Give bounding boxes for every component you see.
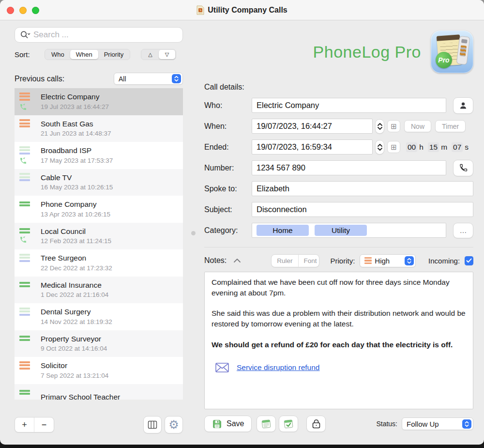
sort-ascending-button[interactable]: △ bbox=[142, 50, 158, 59]
subject-label: Subject: bbox=[204, 205, 252, 214]
ended-field[interactable]: 19/07/2023, 16:59:34 bbox=[252, 139, 373, 154]
list-item[interactable]: Cable TV 16 May 2023 at 10:26:15 bbox=[15, 169, 183, 196]
lock-button[interactable] bbox=[306, 416, 326, 432]
list-item[interactable]: Electric Company 19 Jul 2023 at 16:44:27 bbox=[15, 88, 183, 115]
number-label: Number: bbox=[204, 164, 252, 172]
search-input[interactable]: Search ... bbox=[15, 27, 183, 43]
list-item[interactable]: Phone Company 13 Apr 2023 at 10:26:15 bbox=[15, 196, 183, 223]
list-item[interactable]: Primary School Teacher bbox=[15, 384, 183, 400]
list-item[interactable]: Broadband ISP 17 May 2023 at 17:53:37 bbox=[15, 142, 183, 169]
priority-icon bbox=[19, 308, 30, 316]
category-field[interactable]: HomeUtility bbox=[252, 223, 446, 238]
sort-option-who[interactable]: Who bbox=[45, 50, 70, 59]
category-tag[interactable]: Home bbox=[257, 225, 309, 236]
document-icon bbox=[197, 5, 204, 15]
priority-high-icon bbox=[364, 257, 372, 264]
call-date: 12 Feb 2023 at 11:24:15 bbox=[41, 237, 183, 246]
filter-popup[interactable]: All bbox=[114, 73, 183, 85]
status-popup[interactable]: Follow Up bbox=[402, 417, 473, 430]
when-field[interactable]: 19/07/2023, 16:44:27 bbox=[252, 119, 373, 134]
note-attachment-link[interactable]: Service disruption refund bbox=[237, 362, 319, 373]
sort-segmented-control: Who When Priority bbox=[45, 49, 130, 60]
when-row: When: 19/07/2023, 16:44:27 ⊞ Now Timer bbox=[204, 119, 473, 134]
left-panel: Search ... Sort: Who When Priority △ ▽ P… bbox=[15, 27, 183, 400]
notes-textarea[interactable]: Complained that we have been cut off now… bbox=[204, 272, 473, 409]
splitter-handle[interactable] bbox=[191, 231, 196, 235]
settings-button[interactable]: ⚙ bbox=[165, 416, 183, 433]
call-name: Dental Surgery bbox=[41, 307, 183, 317]
collapse-notes-button[interactable] bbox=[233, 258, 241, 263]
incoming-call-icon bbox=[19, 236, 27, 244]
when-stepper[interactable] bbox=[375, 119, 384, 134]
timer-button[interactable]: Timer bbox=[435, 120, 466, 132]
when-label: When: bbox=[204, 122, 252, 131]
text-tools-group: Ruler Font bbox=[271, 254, 319, 267]
list-item[interactable]: Local Council 12 Feb 2023 at 11:24:15 bbox=[15, 223, 183, 250]
list-item[interactable]: Tree Surgeon 22 Dec 2022 at 17:23:32 bbox=[15, 249, 183, 277]
list-item[interactable]: Property Surveyor 9 Oct 2022 at 14:16:04 bbox=[15, 330, 183, 357]
call-date: 1 Dec 2022 at 21:16:04 bbox=[41, 291, 183, 300]
category-more-button[interactable]: … bbox=[453, 223, 473, 238]
when-calendar-button[interactable]: ⊞ bbox=[387, 120, 400, 132]
calendar-grid-icon: ⊞ bbox=[391, 143, 397, 152]
sort-option-priority[interactable]: Priority bbox=[98, 50, 129, 59]
sort-descending-button[interactable]: ▽ bbox=[159, 50, 175, 59]
call-details-header: Call details: bbox=[204, 83, 473, 92]
traffic-lights bbox=[7, 7, 39, 14]
list-item[interactable]: Medical Insurance 1 Dec 2022 at 21:16:04 bbox=[15, 277, 183, 304]
notes-paragraph: She said this was due a problem with the… bbox=[212, 308, 466, 329]
call-name: Electric Company bbox=[41, 92, 183, 102]
reminder-button[interactable] bbox=[279, 416, 298, 432]
list-item[interactable]: South East Gas 21 Jun 2023 at 14:48:37 bbox=[15, 115, 183, 142]
priority-icon bbox=[19, 201, 30, 207]
number-row: Number: 1234 567 890 bbox=[204, 160, 473, 175]
list-item[interactable]: Solicitor 7 Sep 2022 at 13:21:04 bbox=[15, 357, 183, 384]
number-field[interactable]: 1234 567 890 bbox=[252, 160, 446, 175]
close-window-button[interactable] bbox=[7, 7, 14, 14]
priority-popup[interactable]: High bbox=[360, 254, 416, 267]
now-button[interactable]: Now bbox=[404, 120, 431, 132]
chevron-up-icon bbox=[233, 258, 241, 263]
previous-calls-label: Previous calls: bbox=[15, 75, 64, 83]
subject-field[interactable]: Disconnection bbox=[252, 202, 473, 217]
call-name: Local Council bbox=[41, 226, 183, 237]
divider bbox=[204, 247, 473, 247]
ended-stepper[interactable] bbox=[375, 140, 384, 154]
category-tag[interactable]: Utility bbox=[315, 225, 367, 236]
minimize-window-button[interactable] bbox=[19, 7, 27, 14]
spoke-to-field[interactable]: Elizabeth bbox=[252, 181, 473, 196]
ruler-button[interactable]: Ruler bbox=[272, 255, 298, 267]
category-label: Category: bbox=[204, 226, 252, 235]
contacts-button[interactable] bbox=[453, 97, 473, 114]
call-date: 17 May 2023 at 17:53:37 bbox=[41, 156, 183, 166]
incoming-checkbox[interactable] bbox=[465, 256, 473, 265]
priority-value: High bbox=[375, 257, 390, 265]
popup-arrows-icon bbox=[405, 256, 414, 265]
phone-icon bbox=[459, 163, 468, 172]
priority-icon bbox=[19, 146, 30, 154]
call-name: Solicitor bbox=[41, 360, 183, 371]
dial-button[interactable] bbox=[453, 160, 473, 176]
columns-button[interactable] bbox=[143, 416, 162, 433]
zoom-window-button[interactable] bbox=[32, 7, 39, 14]
ended-calendar-button[interactable]: ⊞ bbox=[387, 141, 400, 153]
who-field[interactable]: Electric Company bbox=[252, 98, 446, 113]
add-call-button[interactable]: + bbox=[15, 417, 34, 432]
list-item[interactable]: Dental Surgery 14 Nov 2022 at 18:19:32 bbox=[15, 303, 183, 330]
ended-label: Ended: bbox=[204, 143, 252, 152]
sort-label: Sort: bbox=[15, 50, 40, 59]
sort-option-when[interactable]: When bbox=[70, 50, 98, 59]
font-button[interactable]: Font bbox=[299, 255, 320, 267]
search-placeholder: Search ... bbox=[33, 30, 69, 40]
priority-label: Priority: bbox=[330, 257, 355, 265]
who-row: Who: Electric Company bbox=[204, 98, 473, 113]
priority-icon bbox=[19, 390, 30, 395]
previous-calls-list[interactable]: Electric Company 19 Jul 2023 at 16:44:27… bbox=[15, 88, 183, 400]
priority-icon bbox=[19, 254, 30, 262]
calendar-event-button[interactable] bbox=[257, 416, 276, 432]
notes-paragraph-bold: We should get a refund of £20 for each d… bbox=[212, 340, 466, 350]
list-toolbar: + − ⚙ bbox=[15, 416, 183, 433]
remove-call-button[interactable]: − bbox=[34, 417, 54, 432]
save-button[interactable]: Save bbox=[204, 416, 252, 432]
sort-order-control: △ ▽ bbox=[141, 49, 176, 60]
